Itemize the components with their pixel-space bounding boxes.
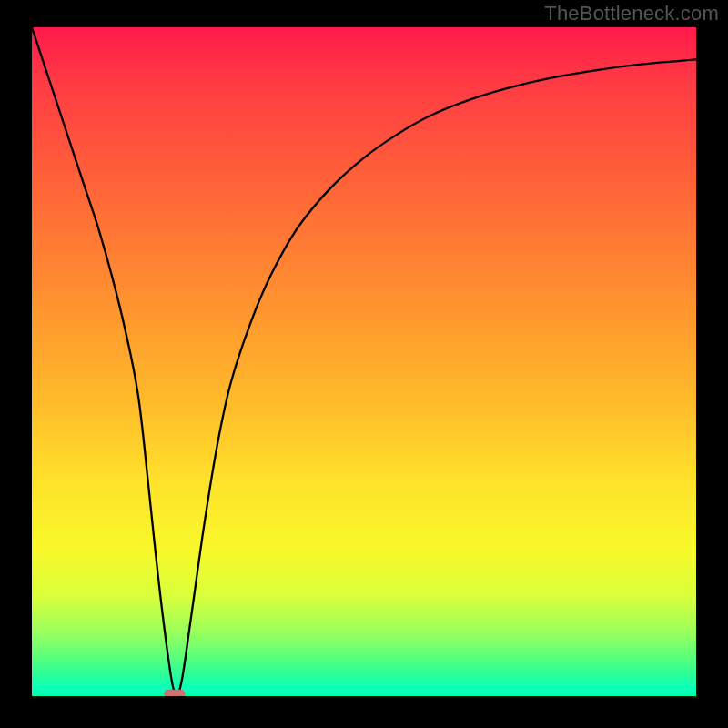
app-frame: TheBottleneck.com	[0, 0, 728, 728]
plot-area	[32, 27, 696, 696]
watermark-text: TheBottleneck.com	[544, 2, 719, 25]
curve-layer	[32, 27, 696, 696]
optimal-marker	[164, 690, 185, 696]
bottleneck-curve	[32, 27, 696, 695]
